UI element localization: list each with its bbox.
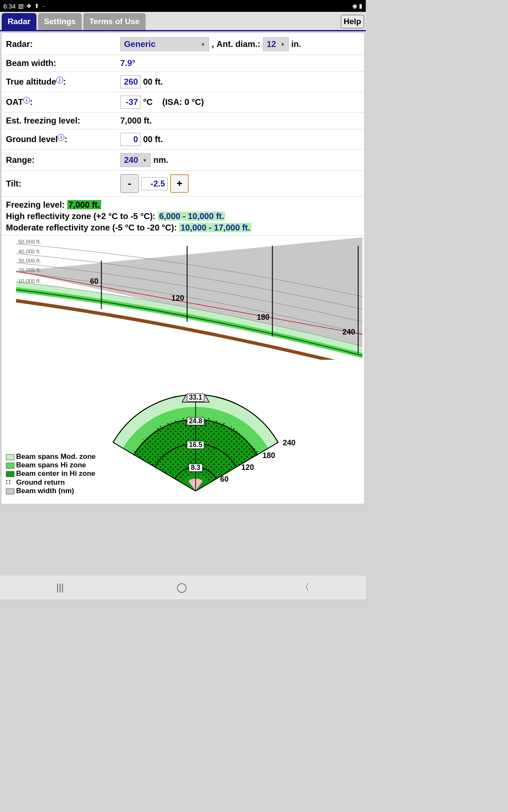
reflectivity-summary: Freezing level: 7,000 ft. High reflectiv…	[2, 197, 364, 236]
oat-input[interactable]: -37	[120, 96, 141, 109]
side-view-chart: 50,000 ft. 40,000 ft. 30,000 ft. 20,000 …	[2, 236, 364, 360]
info-icon[interactable]: i	[23, 97, 30, 104]
tilt-label: Tilt:	[6, 179, 120, 189]
range-label: Range:	[6, 155, 120, 165]
chevron-down-icon: ▼	[142, 158, 147, 163]
tab-row: Radar Settings Terms of Use Help	[0, 12, 366, 31]
svg-text:10,000 ft.: 10,000 ft.	[18, 278, 41, 284]
more-icon: ··	[42, 3, 45, 9]
beam-width-value: 7.9°	[120, 58, 135, 68]
radar-label: Radar:	[6, 39, 120, 49]
upload-icon: ⬆	[34, 3, 39, 9]
freezing-level-value: 7,000 ft.	[120, 116, 152, 126]
beam-width-label: Beam width:	[6, 58, 120, 68]
ground-level-input[interactable]: 0	[120, 133, 141, 146]
svg-text:120: 120	[171, 294, 184, 302]
svg-text:8.3: 8.3	[191, 464, 200, 471]
true-altitude-input[interactable]: 260	[120, 75, 141, 88]
svg-text:60: 60	[220, 475, 229, 483]
plan-view-chart: Beam spans Mod. zone Beam spans Hi zone …	[2, 360, 364, 499]
help-button[interactable]: Help	[341, 15, 364, 28]
svg-text:33.1: 33.1	[189, 394, 202, 401]
recent-apps-icon[interactable]: |||	[56, 582, 64, 593]
svg-text:24.8: 24.8	[189, 417, 202, 425]
dropbox-icon: ❖	[26, 3, 32, 9]
info-icon[interactable]: i	[58, 134, 64, 141]
tilt-minus-button[interactable]: -	[120, 174, 139, 193]
svg-text:30,000 ft.: 30,000 ft.	[18, 258, 41, 264]
info-icon[interactable]: i	[56, 77, 63, 83]
tab-terms[interactable]: Terms of Use	[83, 13, 146, 30]
plan-legend: Beam spans Mod. zone Beam spans Hi zone …	[6, 453, 96, 495]
svg-text:60: 60	[90, 277, 99, 285]
svg-text:240: 240	[283, 439, 295, 447]
svg-text:120: 120	[241, 463, 254, 472]
svg-text:180: 180	[257, 313, 270, 321]
range-select[interactable]: 240 ▼	[120, 153, 151, 167]
android-nav-bar: ||| ◯ 〈	[0, 576, 366, 599]
chevron-down-icon: ▼	[201, 42, 205, 47]
status-bar: 6:34 ▧ ❖ ⬆ ·· ◉ ▮	[0, 0, 366, 12]
content-panel: Radar: Generic ▼ , Ant. diam.: 12 ▼ in. …	[2, 33, 364, 504]
ground-level-label: Ground leveli:	[6, 134, 120, 144]
svg-text:50,000 ft.: 50,000 ft.	[18, 239, 41, 245]
chevron-down-icon: ▼	[280, 42, 285, 47]
ant-diam-label: Ant. diam.:	[217, 39, 260, 49]
tilt-plus-button[interactable]: +	[170, 174, 189, 193]
home-icon[interactable]: ◯	[177, 582, 187, 593]
back-icon[interactable]: 〈	[300, 581, 309, 594]
radar-select[interactable]: Generic ▼	[120, 37, 209, 51]
wifi-icon: ◉	[352, 3, 357, 9]
svg-text:180: 180	[262, 451, 275, 460]
oat-isa: (ISA: 0 °C)	[163, 97, 204, 107]
svg-text:16.5: 16.5	[189, 441, 202, 448]
ant-diam-select[interactable]: 12 ▼	[263, 37, 289, 51]
tab-settings[interactable]: Settings	[38, 13, 82, 30]
oat-label: OATi:	[6, 97, 120, 107]
svg-text:240: 240	[342, 328, 355, 336]
tilt-input[interactable]: -2.5	[141, 177, 168, 190]
status-time: 6:34	[3, 3, 16, 10]
tab-radar[interactable]: Radar	[2, 13, 36, 30]
svg-text:20,000 ft.: 20,000 ft.	[18, 267, 41, 273]
true-altitude-label: True altitudei:	[6, 77, 120, 87]
battery-icon: ▮	[359, 3, 362, 9]
svg-text:40,000 ft.: 40,000 ft.	[18, 248, 41, 255]
image-icon: ▧	[18, 3, 24, 9]
freezing-level-label: Est. freezing level:	[6, 116, 120, 126]
